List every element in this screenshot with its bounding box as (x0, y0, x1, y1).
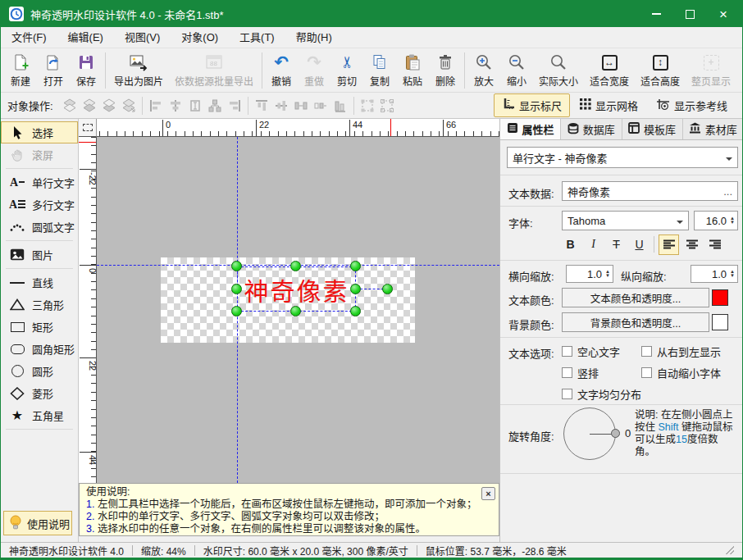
bring-to-front-icon[interactable] (60, 96, 80, 116)
send-backward-icon[interactable] (99, 96, 119, 116)
bg-color-button[interactable]: 背景颜色和透明度... (562, 312, 709, 332)
tool-image[interactable]: 图片 (1, 244, 78, 266)
zoom-in-button[interactable]: 放大 (467, 50, 500, 91)
tab-materials[interactable]: 素材库 (683, 119, 743, 139)
text-data-field[interactable]: 神奇像素 ... (562, 181, 738, 201)
close-button[interactable]: × (719, 7, 727, 21)
watermark-text[interactable]: 神奇像素 (244, 271, 349, 307)
tool-rectangle[interactable]: 矩形 (1, 316, 78, 338)
tab-properties[interactable]: 属性栏 (500, 119, 561, 139)
menu-file[interactable]: 文件(F) (1, 27, 57, 48)
text-color-button[interactable]: 文本颜色和透明度... (562, 288, 709, 307)
resize-handle-nw[interactable] (231, 261, 242, 271)
menu-tools[interactable]: 工具(T) (229, 27, 285, 48)
align-right-icon[interactable] (225, 96, 244, 116)
cut-button[interactable]: ✂ 剪切 (330, 50, 363, 91)
selected-text-object[interactable]: 神奇像素 (237, 266, 356, 312)
usage-help-button[interactable]: 使用说明 (3, 511, 72, 535)
export-image-button[interactable]: 导出为图片 (108, 50, 169, 91)
resize-handle-w[interactable] (231, 284, 242, 294)
object-selector-dropdown[interactable]: 单行文字 - 神奇像素 (507, 147, 738, 168)
bring-forward-icon[interactable] (80, 96, 99, 116)
rotation-handle[interactable] (382, 284, 393, 294)
show-grid-toggle[interactable]: 显示网格 (572, 93, 646, 117)
tool-select[interactable]: 选择 (1, 121, 78, 143)
copy-button[interactable]: 复制 (363, 50, 396, 91)
actual-size-button[interactable]: 实际大小 (533, 50, 584, 91)
resize-handle-s[interactable] (290, 306, 301, 316)
checkbox-icon[interactable] (641, 367, 652, 378)
menu-object[interactable]: 对象(O) (171, 27, 229, 48)
checkbox-auto-shrink-font[interactable]: 自动缩小字体 (641, 365, 721, 380)
equal-height-icon[interactable] (330, 96, 350, 116)
show-guides-toggle[interactable]: 显示参考线 (648, 93, 736, 117)
strikethrough-button[interactable]: T (606, 234, 627, 255)
checkbox-icon[interactable] (641, 346, 652, 357)
spinner-arrows-icon[interactable]: ▲▼ (730, 216, 735, 225)
tool-line[interactable]: 直线 (1, 271, 78, 294)
design-canvas[interactable]: 神奇像素 (97, 137, 499, 483)
font-family-dropdown[interactable]: Tahoma (562, 211, 689, 230)
menu-view[interactable]: 视图(V) (114, 27, 171, 48)
fit-width-button[interactable]: ↔ 适合宽度 (584, 50, 635, 91)
paste-button[interactable]: 粘贴 (396, 50, 429, 91)
checkbox-icon[interactable] (562, 389, 572, 399)
underline-button[interactable]: U (629, 234, 650, 255)
tool-star[interactable]: ★ 五角星 (1, 404, 78, 426)
italic-button[interactable]: I (583, 234, 604, 255)
font-size-spinner[interactable]: 16.0 ▲▼ (694, 211, 738, 230)
checkbox-even-distribution[interactable]: 文字均匀分布 (562, 386, 641, 402)
equal-spacing-v-icon[interactable] (311, 96, 330, 116)
fit-height-button[interactable]: ↕ 适合高度 (635, 50, 686, 91)
align-left-button[interactable] (659, 234, 679, 255)
resize-handle-se[interactable] (350, 306, 361, 316)
v-scale-spinner[interactable]: 1.0 ▲▼ (691, 265, 738, 283)
distribute-h-icon[interactable] (205, 96, 225, 116)
resize-handle-ne[interactable] (350, 261, 361, 271)
tool-arc-text[interactable]: 圆弧文字 (1, 216, 78, 238)
menu-edit[interactable]: 编辑(E) (57, 27, 114, 48)
resize-grip[interactable] (726, 546, 734, 554)
redo-button[interactable]: ↷ 重做 (298, 50, 330, 91)
full-page-button[interactable]: + 整页显示 (686, 50, 736, 91)
more-button[interactable]: ... (723, 185, 732, 198)
tab-database[interactable]: 数据库 (561, 119, 622, 139)
tab-templates[interactable]: 模板库 (622, 119, 683, 139)
checkbox-vertical-text[interactable]: 竖排 (562, 365, 599, 380)
tool-circle[interactable]: 圆形 (1, 360, 78, 382)
align-center-button[interactable] (681, 234, 702, 255)
tool-single-line-text[interactable]: A 单行文字 (1, 171, 78, 193)
align-left-icon[interactable] (146, 96, 166, 116)
send-to-back-icon[interactable] (119, 96, 139, 116)
spinner-arrows-icon[interactable]: ▲▼ (730, 270, 735, 278)
rotation-dial-dot[interactable] (611, 429, 620, 438)
undo-button[interactable]: ↶ 撤销 (265, 50, 298, 91)
open-button[interactable]: 打开 (37, 50, 70, 91)
ungroup-icon[interactable] (377, 96, 397, 116)
checkbox-hollow-text[interactable]: 空心文字 (562, 344, 620, 359)
tool-triangle[interactable]: 三角形 (1, 294, 78, 316)
help-close-button[interactable]: × (481, 487, 495, 500)
minimize-button[interactable] (652, 13, 661, 15)
align-center-v-icon[interactable] (271, 96, 291, 116)
h-scale-spinner[interactable]: 1.0 ▲▼ (566, 265, 613, 283)
resize-handle-n[interactable] (290, 261, 301, 271)
delete-button[interactable]: 删除 (429, 50, 462, 91)
save-button[interactable]: 保存 (70, 50, 103, 91)
checkbox-icon[interactable] (562, 346, 572, 357)
resize-handle-e[interactable] (350, 284, 361, 294)
batch-export-button[interactable]: 88 依数据源批量导出 (169, 50, 259, 91)
menu-help[interactable]: 帮助(H) (285, 27, 343, 48)
tool-multi-line-text[interactable]: A 多行文字 (1, 193, 78, 216)
spinner-arrows-icon[interactable]: ▲▼ (605, 270, 610, 278)
show-ruler-toggle[interactable]: 显示标尺 (494, 93, 570, 117)
zoom-out-button[interactable]: 缩小 (500, 50, 533, 91)
align-center-h-icon[interactable] (166, 96, 185, 116)
align-top-icon[interactable] (252, 96, 271, 116)
equal-spacing-h-icon[interactable] (291, 96, 311, 116)
resize-handle-sw[interactable] (231, 306, 242, 316)
checkbox-icon[interactable] (562, 367, 572, 378)
tool-diamond[interactable]: 菱形 (1, 382, 78, 404)
checkbox-rtl-display[interactable]: 从右到左显示 (641, 344, 721, 359)
align-right-button[interactable] (704, 234, 725, 255)
